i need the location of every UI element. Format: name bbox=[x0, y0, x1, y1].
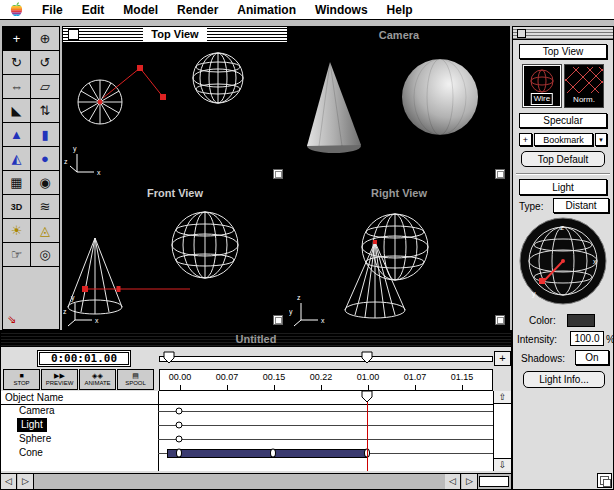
scroll-right-button[interactable]: ▷ bbox=[462, 474, 478, 489]
right-view-canvas[interactable]: z x y bbox=[289, 200, 509, 329]
motion-path[interactable] bbox=[83, 287, 191, 292]
front-view-canvas[interactable]: y x z bbox=[63, 200, 287, 329]
view-selector-popup[interactable]: Top View bbox=[519, 44, 607, 59]
keyframe-marker[interactable] bbox=[270, 449, 276, 458]
transport-controls: ■ STOP ▶▶ PREVIEW ◈◈ ANIMATE ▤ SPOOL bbox=[3, 369, 155, 390]
menu-file[interactable]: File bbox=[42, 3, 63, 17]
menu-edit[interactable]: Edit bbox=[82, 3, 105, 17]
close-box-icon[interactable] bbox=[68, 29, 79, 40]
zoom-tool-button[interactable]: ◎ bbox=[31, 243, 59, 267]
skew-tool-button[interactable]: ▱ bbox=[31, 75, 59, 99]
scale-tool-button[interactable]: ⇔ bbox=[3, 75, 31, 99]
intensity-field[interactable] bbox=[570, 331, 604, 346]
pan-tool-button[interactable]: ⊕ bbox=[31, 27, 59, 51]
light-color-swatch[interactable] bbox=[567, 314, 595, 327]
timeline-range-track[interactable] bbox=[159, 356, 493, 362]
add-track-button[interactable]: + bbox=[494, 351, 511, 366]
text-3d-tool-button[interactable]: 3D bbox=[3, 195, 31, 219]
light-direction-trackball[interactable]: z x y bbox=[519, 217, 607, 305]
object-row-sphere[interactable]: Sphere bbox=[19, 432, 51, 446]
keyframe-marker[interactable] bbox=[176, 436, 183, 443]
bookmark-popup[interactable]: Bookmark bbox=[534, 133, 593, 146]
keyframe-marker[interactable] bbox=[373, 240, 377, 244]
taper-tool-button[interactable]: ◣ bbox=[3, 99, 31, 123]
current-time-display[interactable]: 0:00:01.00 bbox=[37, 350, 131, 367]
pyramid-primitive-tool-button[interactable]: ◭ bbox=[3, 147, 31, 171]
wall-tool-button[interactable]: ▦ bbox=[3, 171, 31, 195]
shading-popup[interactable]: Specular bbox=[519, 113, 607, 128]
front-view-titlebar[interactable]: Front View bbox=[63, 185, 287, 200]
spool-button[interactable]: ▤ SPOOL bbox=[117, 369, 154, 390]
apple-menu-icon[interactable] bbox=[10, 2, 23, 17]
scroll-left-button[interactable]: ◁ bbox=[1, 474, 17, 489]
shadows-popup[interactable]: On bbox=[575, 350, 609, 365]
cylinder-primitive-tool-button[interactable]: ▮ bbox=[31, 123, 59, 147]
motion-path[interactable] bbox=[98, 66, 166, 105]
wireframe-mode-button[interactable]: Wire bbox=[522, 64, 562, 108]
color-label: Color: bbox=[529, 315, 556, 326]
terrain-tool-button[interactable]: ≋ bbox=[31, 195, 59, 219]
keyframe-marker[interactable] bbox=[176, 422, 183, 429]
viewport-grow-icon[interactable] bbox=[495, 315, 505, 325]
scroll-down-button[interactable]: ⇩ bbox=[494, 458, 511, 471]
cone-primitive-tool-button[interactable]: ▲ bbox=[3, 123, 31, 147]
menu-help[interactable]: Help bbox=[387, 3, 413, 17]
light-direction-handle[interactable] bbox=[539, 278, 545, 284]
window-grow-box[interactable] bbox=[597, 473, 612, 488]
playhead-handle[interactable] bbox=[361, 390, 373, 403]
keyframe-marker[interactable] bbox=[176, 408, 183, 415]
scrollbar-thumb[interactable] bbox=[479, 476, 509, 487]
menu-animation[interactable]: Animation bbox=[237, 3, 296, 17]
orbit-tool-button[interactable]: ↺ bbox=[31, 51, 59, 75]
cone-animation-bar[interactable] bbox=[167, 449, 368, 458]
object-row-light[interactable]: Light bbox=[17, 418, 47, 432]
top-view-canvas[interactable]: y x z bbox=[63, 42, 287, 183]
object-popup[interactable]: Light bbox=[519, 179, 607, 195]
track-vertical-scrollbar[interactable]: ⇧ ⇩ bbox=[493, 391, 511, 471]
preview-button[interactable]: ▶▶ PREVIEW bbox=[41, 369, 78, 390]
light-tool-button[interactable]: ☀ bbox=[3, 219, 31, 243]
camera-titlebar[interactable]: Camera bbox=[289, 27, 509, 42]
menu-model[interactable]: Model bbox=[123, 3, 158, 17]
object-row-cone[interactable]: Cone bbox=[19, 446, 43, 460]
object-row-camera[interactable]: Camera bbox=[19, 404, 55, 418]
stretch-tool-button[interactable]: ⇅ bbox=[31, 99, 59, 123]
spotlight-tool-button[interactable]: ◬ bbox=[31, 219, 59, 243]
object-popup-value: Light bbox=[552, 182, 574, 193]
type-popup[interactable]: Distant bbox=[553, 198, 609, 213]
menu-render[interactable]: Render bbox=[177, 3, 218, 17]
menu-windows[interactable]: Windows bbox=[315, 3, 368, 17]
range-start-handle[interactable] bbox=[163, 351, 175, 364]
timeline-titlebar[interactable]: Untitled bbox=[1, 331, 511, 347]
rotate-tool-button[interactable]: ↻ bbox=[3, 51, 31, 75]
top-default-button[interactable]: Top Default bbox=[521, 151, 605, 167]
normal-mode-button[interactable]: Norm. bbox=[564, 64, 604, 108]
move-tool-button[interactable]: + bbox=[3, 27, 31, 51]
viewport-grow-icon[interactable] bbox=[495, 169, 505, 179]
scroll-left-button[interactable]: ◁ bbox=[445, 474, 461, 489]
scroll-up-button[interactable]: ⇧ bbox=[494, 391, 511, 404]
light-info-button[interactable]: Light Info... bbox=[523, 371, 605, 388]
top-view-titlebar[interactable]: Top View bbox=[63, 27, 287, 42]
svg-text:y: y bbox=[71, 294, 75, 302]
timeline-ruler[interactable]: 00.00 00.07 00.15 00.22 01.00 01.07 01.1… bbox=[159, 369, 493, 391]
inspector-titlebar[interactable] bbox=[513, 27, 613, 40]
lathe-tool-button[interactable]: ◉ bbox=[31, 171, 59, 195]
bookmark-add-button[interactable]: + bbox=[519, 133, 532, 146]
sphere-primitive-tool-button[interactable]: ● bbox=[31, 147, 59, 171]
close-box-icon[interactable] bbox=[517, 29, 526, 38]
scroll-right-button[interactable]: ▷ bbox=[18, 474, 34, 489]
keyframe-marker[interactable] bbox=[176, 449, 182, 458]
animate-button[interactable]: ◈◈ ANIMATE bbox=[79, 369, 116, 390]
viewport-grow-icon[interactable] bbox=[273, 169, 283, 179]
stop-button[interactable]: ■ STOP bbox=[3, 369, 40, 390]
timeline-horizontal-scrollbar[interactable]: ◁ ▷ ◁ ▷ bbox=[1, 473, 511, 489]
right-view-titlebar[interactable]: Right View bbox=[289, 185, 509, 200]
viewport-grow-icon[interactable] bbox=[273, 315, 283, 325]
hand-tool-button[interactable]: ☞ bbox=[3, 243, 31, 267]
camera-canvas[interactable] bbox=[289, 42, 509, 183]
spool-icon: ▤ bbox=[132, 372, 139, 380]
svg-text:y: y bbox=[289, 308, 293, 316]
bookmark-arrow-button[interactable]: ▼ bbox=[595, 133, 607, 146]
range-end-handle[interactable] bbox=[361, 351, 373, 364]
